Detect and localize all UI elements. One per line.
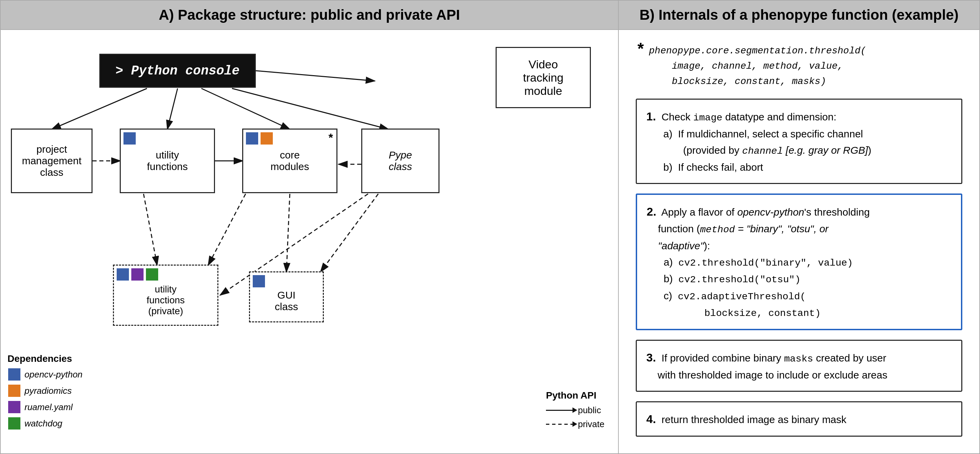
core-squares <box>245 132 274 145</box>
python-api-legend: Python API public private <box>546 390 605 433</box>
core-modules-node: coremodules * <box>242 129 337 193</box>
priv-green <box>146 268 158 281</box>
step-2-number: 2. <box>647 205 656 218</box>
private-squares <box>116 268 159 281</box>
python-console-node: > Python console <box>99 54 256 88</box>
signature-asterisk: * <box>636 42 646 89</box>
dep-watchdog: watchdog <box>8 417 83 430</box>
utility-functions-node: utilityfunctions <box>120 129 215 193</box>
gui-squares <box>252 275 266 288</box>
step-1-sub: a) If muldichannel, select a specific ch… <box>663 126 952 176</box>
step-3-text: If provided combine binary masks created… <box>646 352 888 381</box>
step-2-sub: a) cv2.threshold("binary", value) b) cv2… <box>663 254 951 321</box>
svg-line-3 <box>52 89 147 129</box>
step-1-box: 1. Check image datatype and dimension: a… <box>636 98 963 184</box>
legend-private-label: private <box>578 419 605 430</box>
step-1-number: 1. <box>646 110 656 123</box>
dep-blue-sq <box>8 368 21 381</box>
step-1-text: Check image datatype and dimension: <box>662 111 837 122</box>
video-tracking-node: Videotrackingmodule <box>496 47 591 108</box>
step-2a: a) cv2.threshold("binary", value) <box>663 254 951 271</box>
svg-line-4 <box>167 89 178 129</box>
dashed-line-icon <box>546 424 573 425</box>
step-3-number: 3. <box>646 351 656 364</box>
step-2b: b) cv2.threshold("otsu") <box>663 271 951 288</box>
legend-public-label: public <box>578 405 601 416</box>
blue-square <box>124 132 136 144</box>
dependencies-title: Dependencies <box>8 353 83 364</box>
step-4-box: 4. return thresholded image as binary ma… <box>636 401 963 437</box>
svg-line-10 <box>143 194 157 265</box>
left-panel-header: A) Package structure: public and private… <box>1 1 618 30</box>
priv-purple <box>131 268 143 281</box>
step-2c: c) cv2.adaptiveThreshold( blocksize, con… <box>663 288 951 321</box>
step-2-text: Apply a flavor of opencv-python's thresh… <box>647 206 870 251</box>
svg-line-14 <box>320 194 378 272</box>
dep-orange-sq <box>8 385 21 397</box>
svg-line-13 <box>286 194 290 272</box>
signature-text: phenopype.core.segmentation.threshold( i… <box>649 43 866 89</box>
main-container: A) Package structure: public and private… <box>0 0 980 454</box>
priv-blue <box>117 268 129 281</box>
core-orange-square <box>261 132 273 144</box>
project-management-node: projectmanagementclass <box>11 129 92 193</box>
legend-public: public <box>546 405 605 416</box>
svg-line-5 <box>201 89 290 129</box>
pype-class-node: Pypeclass <box>361 129 439 193</box>
right-content: * phenopype.core.segmentation.threshold(… <box>619 30 979 453</box>
solid-line-icon <box>546 410 573 411</box>
svg-line-11 <box>208 194 246 265</box>
dep-ruamel: ruamel.yaml <box>8 400 83 414</box>
svg-line-6 <box>232 89 388 129</box>
svg-line-2 <box>256 71 375 81</box>
utility-squares <box>123 132 137 145</box>
step-2-box: 2. Apply a flavor of opencv-python's thr… <box>636 194 963 330</box>
diagram-area: > Python console Videotrackingmodule pro… <box>1 30 618 453</box>
core-blue-square <box>246 132 258 144</box>
utility-functions-private-node: utilityfunctions(private) <box>113 265 218 326</box>
gui-class-node: GUIclass <box>249 271 324 322</box>
step-3-box: 3. If provided combine binary masks crea… <box>636 340 963 392</box>
dep-purple-sq <box>8 401 21 413</box>
dependencies-legend: Dependencies opencv-python pyradiomics r… <box>8 353 83 433</box>
dep-opencv: opencv-python <box>8 368 83 381</box>
dep-pyradiomics: pyradiomics <box>8 384 83 398</box>
function-signature: * phenopype.core.segmentation.threshold(… <box>636 43 963 89</box>
dep-green-sq <box>8 417 21 430</box>
right-panel-header: B) Internals of a phenopype function (ex… <box>619 1 979 30</box>
legend-private: private <box>546 419 605 430</box>
step-1b: b) If checks fail, abort <box>663 159 952 176</box>
right-panel: B) Internals of a phenopype function (ex… <box>619 1 979 453</box>
left-panel: A) Package structure: public and private… <box>1 1 619 453</box>
gui-blue <box>253 275 265 287</box>
python-api-title: Python API <box>546 390 605 401</box>
step-4-text: return thresholded image as binary mask <box>662 414 846 425</box>
step-4-number: 4. <box>646 413 656 425</box>
core-asterisk: * <box>329 131 333 144</box>
step-1a: a) If muldichannel, select a specific ch… <box>663 126 952 159</box>
